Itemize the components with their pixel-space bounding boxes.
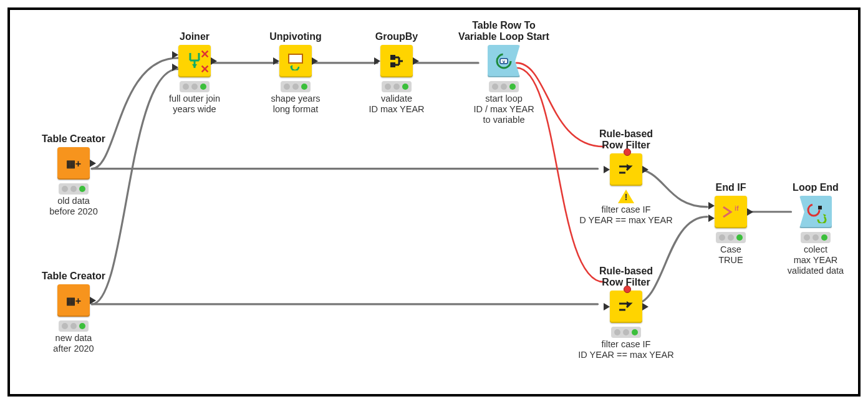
node-unpivoting[interactable]: Unpivoting shape years long format [252,31,339,115]
node-title: Rule-based Row Filter [576,128,676,151]
node-loop-end[interactable]: Loop End colect max YEAR validated data [772,182,859,276]
table-creator-icon: ▦+ [57,284,90,317]
node-title: Table Row To Variable Loop Start [454,20,554,42]
svg-point-5 [808,204,819,216]
node-title: GroupBy [353,31,440,42]
node-annotation: start loop ID / max YEAR to variable [454,94,554,125]
svg-text:v: v [503,59,506,64]
node-joiner[interactable]: Joiner ✕ ✕ full outer join years wide [151,31,238,115]
svg-text:if: if [735,204,739,212]
traffic-light [801,232,831,243]
traffic-light [180,81,210,92]
node-title: Joiner [151,31,238,42]
node-rule-filter-bottom[interactable]: Rule-based Row Filter filter case IF ID … [576,266,676,360]
traffic-light [281,81,311,92]
joiner-icon: ✕ ✕ [178,45,211,77]
workflow-canvas[interactable]: Table Creator ▦+ old data before 2020 Ta… [7,7,861,397]
traffic-light [716,232,746,243]
table-creator-icon: ▦+ [57,147,90,180]
node-title: Table Creator [30,133,117,145]
node-annotation: validate ID max YEAR [353,94,440,115]
flow-variable-port-icon [624,148,631,156]
flow-variable-port-icon [624,286,631,293]
svg-rect-6 [818,206,822,209]
rule-filter-icon [610,153,642,186]
node-title: Unpivoting [252,31,339,42]
groupby-icon [380,45,413,77]
node-title: Loop End [772,182,859,193]
node-annotation: filter case IF ID YEAR == max YEAR [576,339,676,360]
node-rule-filter-top[interactable]: Rule-based Row Filter filter case IF D Y… [576,128,676,226]
node-annotation: colect max YEAR validated data [772,244,859,276]
traffic-light [59,183,89,195]
node-variable-loop-start[interactable]: Table Row To Variable Loop Start v start… [454,20,554,125]
node-annotation: new data after 2020 [30,333,117,354]
traffic-light [611,327,641,338]
node-annotation: old data before 2020 [30,196,117,217]
node-table-creator-old[interactable]: Table Creator ▦+ old data before 2020 [30,133,117,217]
traffic-light [59,320,89,332]
node-title: Table Creator [30,271,117,282]
traffic-light [382,81,412,92]
node-table-creator-new[interactable]: Table Creator ▦+ new data after 2020 [30,271,117,354]
unpivot-icon [279,45,312,77]
node-annotation: full outer join years wide [151,94,238,115]
node-annotation: Case TRUE [687,244,774,266]
traffic-light-warning [611,190,641,203]
node-annotation: filter case IF D YEAR == max YEAR [576,204,676,226]
loop-start-icon: v [488,45,520,77]
rule-filter-icon [610,291,642,323]
node-title: Rule-based Row Filter [576,266,676,288]
node-end-if[interactable]: End IF if Case TRUE [687,182,774,266]
node-title: End IF [687,182,774,193]
svg-rect-0 [289,54,302,63]
loop-end-icon [799,196,832,228]
traffic-light [489,81,519,92]
node-groupby[interactable]: GroupBy validate ID max YEAR [353,31,440,115]
node-annotation: shape years long format [252,94,339,115]
end-if-icon: if [715,196,747,228]
